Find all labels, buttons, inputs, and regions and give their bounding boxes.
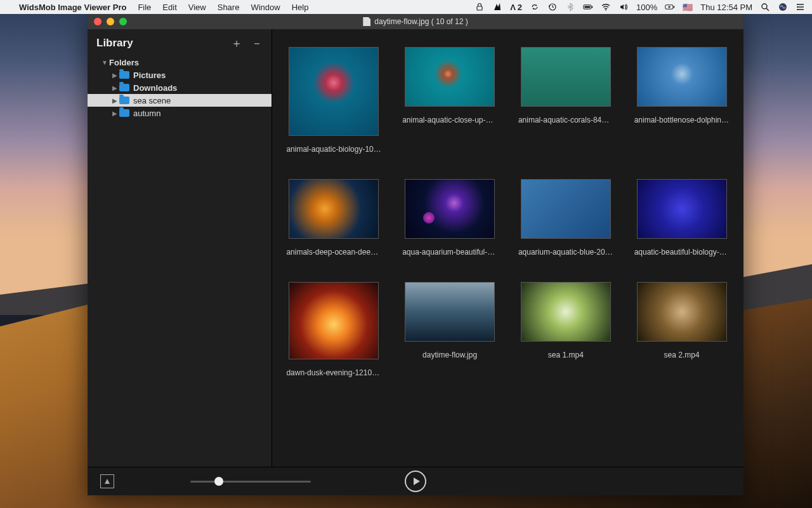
thumbnail-caption: animal-bottlenose-dolphin-cute-64219.jpg [634, 116, 730, 124]
add-button[interactable]: ＋ [231, 36, 242, 51]
volume-icon[interactable] [619, 2, 629, 12]
svg-rect-3 [584, 6, 590, 8]
spotlight-icon[interactable] [760, 2, 770, 12]
thumbnail-item[interactable]: daytime-flow.jpg [401, 282, 499, 377]
power-icon[interactable] [665, 2, 675, 12]
sync-icon[interactable] [530, 2, 540, 12]
thumbnail-image[interactable] [521, 179, 611, 239]
thumbnail-image[interactable] [405, 179, 495, 239]
slideshow-play-button[interactable] [405, 471, 426, 492]
bottom-toolbar [88, 467, 743, 495]
thumbnail-item[interactable]: aquatic-beautiful-biology-920147.jpg [632, 179, 731, 257]
menu-file[interactable]: File [138, 3, 151, 12]
thumbnail-item[interactable]: aqua-aquarium-beautiful-1476254.jpg [401, 179, 499, 257]
thumbnail-image[interactable] [521, 47, 611, 107]
bluetooth-icon[interactable] [565, 2, 575, 12]
window-zoom-button[interactable] [119, 18, 127, 25]
thumbnail-image[interactable] [637, 47, 727, 107]
sidebar-item-Pictures[interactable]: ▶Pictures [88, 69, 272, 81]
chevron-right-icon[interactable]: ▶ [112, 97, 118, 104]
svg-line-9 [766, 8, 769, 11]
thumbnail-caption: sea 1.mp4 [548, 351, 584, 359]
thumbnail-item[interactable]: dawn-dusk-evening-1210273.jpg [285, 282, 383, 377]
adobe-status-icon[interactable]: Λ2 [510, 3, 522, 12]
thumbnail-item[interactable]: animal-aquatic-biology-1069494.jpg [285, 47, 383, 154]
thumbnail-caption: animal-aquatic-corals-847393.jpg [518, 116, 613, 124]
thumbnail-image[interactable] [521, 282, 611, 342]
chevron-right-icon[interactable]: ▶ [112, 84, 118, 91]
thumbnail-caption: daytime-flow.jpg [422, 351, 477, 359]
thumbnail-item[interactable]: sea 2.mp4 [632, 282, 731, 377]
svg-point-15 [797, 6, 798, 8]
sidebar-title: Library [96, 37, 133, 50]
window-close-button[interactable] [94, 18, 102, 25]
menubar-clock[interactable]: Thu 12:54 PM [700, 3, 752, 12]
menu-share[interactable]: Share [218, 3, 240, 12]
disclosure-triangle-icon[interactable]: ▼ [102, 59, 108, 66]
chevron-right-icon[interactable]: ▶ [112, 72, 118, 79]
thumbnail-image[interactable] [637, 282, 727, 342]
window-titlebar[interactable]: daytime-flow.jpg ( 10 of 12 ) [88, 14, 743, 29]
thumbnail-caption: animal-aquatic-biology-1069494.jpg [286, 145, 381, 154]
window-minimize-button[interactable] [107, 18, 114, 25]
document-icon [363, 17, 370, 26]
svg-rect-0 [477, 6, 482, 10]
thumbnail-image[interactable] [289, 47, 379, 136]
thumbnail-item[interactable]: sea 1.mp4 [517, 282, 615, 377]
sidebar-item-Downloads[interactable]: ▶Downloads [88, 81, 272, 94]
thumbnail-item[interactable]: animals-deep-ocean-deep-sea-920171.jpg [285, 179, 383, 257]
app-window: daytime-flow.jpg ( 10 of 12 ) Library ＋ … [88, 14, 743, 495]
svg-rect-4 [592, 6, 593, 8]
tree-root-folders[interactable]: ▼ Folders [88, 56, 272, 69]
svg-point-16 [797, 9, 798, 10]
thumbnail-caption: aquatic-beautiful-biology-920147.jpg [634, 248, 730, 257]
thumbnail-item[interactable]: animal-aquatic-close-up-1207875.jpg [401, 47, 499, 154]
macos-menubar: WidsMob Image Viewer Pro File Edit View … [0, 0, 812, 14]
thumbnail-size-slider[interactable] [190, 475, 311, 488]
sidebar-item-label: Pictures [133, 70, 166, 80]
battery-icon[interactable] [583, 2, 593, 12]
thumbnail-item[interactable]: animal-bottlenose-dolphin-cute-64219.jpg [632, 47, 731, 154]
input-flag-icon[interactable]: 🇺🇸 [683, 3, 693, 12]
svg-point-14 [797, 4, 798, 5]
wifi-icon[interactable] [601, 2, 611, 12]
sidebar-item-label: autumn [133, 109, 160, 118]
sidebar-item-label: Downloads [133, 83, 177, 93]
remove-button[interactable]: － [251, 36, 263, 51]
timemachine-icon[interactable] [547, 2, 558, 12]
thumbnail-caption: dawn-dusk-evening-1210273.jpg [286, 368, 381, 377]
sidebar-item-sea-scene[interactable]: ▶sea scene [88, 94, 272, 107]
slider-track [190, 481, 311, 483]
menu-edit[interactable]: Edit [162, 3, 176, 12]
thumbnail-item[interactable]: animal-aquatic-corals-847393.jpg [517, 47, 615, 154]
thumbnail-image[interactable] [405, 47, 495, 107]
sidebar-item-autumn[interactable]: ▶autumn [88, 107, 272, 119]
lock-icon[interactable] [475, 2, 485, 12]
chevron-right-icon[interactable]: ▶ [112, 110, 118, 117]
menu-help[interactable]: Help [292, 3, 309, 12]
menu-view[interactable]: View [188, 3, 206, 12]
siri-icon[interactable] [778, 2, 788, 12]
menu-window[interactable]: Window [251, 3, 280, 12]
folder-tree: ▼ Folders ▶Pictures▶Downloads▶sea scene▶… [88, 56, 272, 119]
thumbnail-image[interactable] [289, 282, 379, 359]
thumbnail-image[interactable] [289, 179, 379, 239]
svg-rect-7 [674, 6, 675, 8]
notification-center-icon[interactable] [796, 2, 806, 12]
folder-icon [119, 97, 129, 104]
slider-knob[interactable] [214, 477, 223, 486]
app-menu[interactable]: WidsMob Image Viewer Pro [19, 3, 126, 12]
thumbnail-caption: aquarium-aquatic-blue-2026756.jpg [518, 248, 613, 257]
thumbnail-image[interactable] [637, 179, 727, 239]
svg-point-5 [605, 10, 606, 11]
thumbnail-item[interactable]: aquarium-aquatic-blue-2026756.jpg [517, 179, 615, 257]
svg-point-8 [762, 4, 767, 9]
app-icon[interactable] [492, 2, 502, 12]
sidebar: Library ＋ － ▼ Folders ▶Pictures▶Download… [88, 29, 272, 467]
play-icon [414, 478, 420, 485]
single-view-button[interactable] [100, 474, 114, 488]
sidebar-item-label: sea scene [133, 96, 171, 105]
thumbnail-image[interactable] [405, 282, 495, 342]
thumbnail-caption: animal-aquatic-close-up-1207875.jpg [402, 116, 497, 124]
thumbnail-caption: animals-deep-ocean-deep-sea-920171.jpg [286, 248, 381, 257]
